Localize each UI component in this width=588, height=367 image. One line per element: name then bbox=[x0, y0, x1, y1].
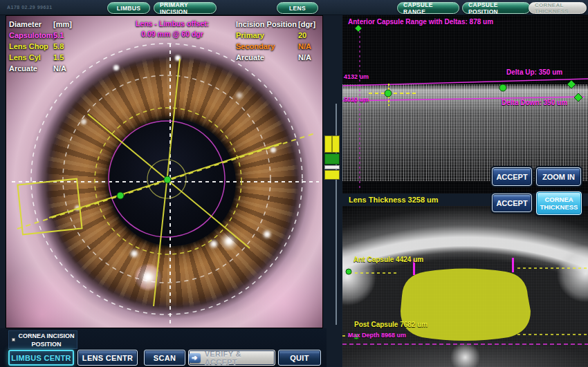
tab-capsule-position[interactable]: CAPSULE POSITION bbox=[462, 2, 531, 14]
lens-thickness-label: Lens Thickness 3258 um bbox=[349, 196, 439, 204]
lens-limbus-offset: Lens - Limbus offset: 0.09 mm @ 60 dgr bbox=[110, 19, 235, 39]
row-primary-label: Primary bbox=[236, 30, 295, 41]
zoom-in-button[interactable]: ZOOM IN bbox=[536, 167, 581, 186]
green-marker-dot[interactable] bbox=[346, 269, 351, 274]
delta-down-label: Delta Down: 350 um bbox=[502, 99, 567, 106]
lens-limbus-offset-title: Lens - Limbus offset: bbox=[110, 19, 235, 29]
green-marker-dot[interactable] bbox=[385, 90, 392, 97]
tab-limbus[interactable]: LIMBUS bbox=[107, 2, 150, 14]
axis-green-marker[interactable] bbox=[117, 192, 124, 199]
verify-accept-button[interactable]: ➔ VERIFY & ACCEPT bbox=[188, 350, 275, 366]
tab-capsule-range[interactable]: CAPSULE RANGE bbox=[397, 2, 459, 14]
max-depth-label: Max Depth 8968 um bbox=[348, 332, 406, 339]
row-lens-chop-value: 5.8 bbox=[50, 41, 64, 52]
accept-capsule-button[interactable]: ACCEPT bbox=[492, 167, 532, 186]
row-arcuate-label: Arcuate bbox=[9, 63, 50, 74]
incision-unit: [dgr] bbox=[295, 19, 315, 30]
depth-block-white bbox=[324, 165, 340, 169]
ant-capsule-label: Ant Capsule 4424 um bbox=[353, 256, 423, 263]
row-capsulotomy-value: 5.1 bbox=[50, 30, 64, 41]
post-capsule-label: Post Capsule 7682 um bbox=[354, 321, 428, 328]
diameter-table: Diameter [mm] Capsulotomy 5.1 Lens Chop … bbox=[9, 19, 72, 74]
cornea-thickness-button[interactable]: CORNEA THICKNESS bbox=[536, 191, 582, 215]
row-arcuate2-value: N/A bbox=[295, 52, 311, 63]
depth-block-yellow-lower bbox=[324, 170, 340, 180]
arrow-right-icon: ➔ bbox=[189, 353, 201, 363]
lower-depth-label: 5010 um bbox=[344, 96, 369, 103]
row-lens-cyl-label: Lens Cyl bbox=[9, 52, 50, 63]
tab-lens[interactable]: LENS bbox=[277, 2, 318, 14]
capsule-range-title: Anterior Capsule Range with Deltas: 878 … bbox=[348, 18, 493, 26]
depth-block-yellow-upper bbox=[324, 135, 340, 153]
diameter-title: Diameter bbox=[9, 19, 50, 30]
row-secondary-value: N/A bbox=[295, 41, 311, 52]
incision-title: Incision Position bbox=[236, 19, 295, 30]
row-arcuate2-label: Arcuate bbox=[236, 52, 295, 63]
cornea-incision-position-label: CORNEA INCISION POSITION bbox=[18, 332, 74, 348]
diameter-unit: [mm] bbox=[50, 19, 72, 30]
accept-lens-button[interactable]: ACCEPT bbox=[492, 194, 532, 212]
magenta-tick-right bbox=[512, 258, 514, 272]
row-lens-cyl-value: 1.5 bbox=[50, 52, 64, 63]
center-green-marker[interactable] bbox=[164, 176, 171, 183]
top-toolbar: A178 02.29 99631 LIMBUS PRIMARY INCISION… bbox=[0, 0, 588, 15]
depth-indicator-blocks bbox=[324, 135, 340, 180]
depth-block-green bbox=[324, 153, 340, 164]
scan-button[interactable]: SCAN bbox=[144, 350, 185, 366]
device-id: A178 02.29 99631 bbox=[7, 5, 53, 10]
green-marker-diamond[interactable] bbox=[355, 25, 362, 32]
limbus-centr-button[interactable]: LIMBUS CENTR bbox=[8, 350, 74, 366]
green-marker-dot[interactable] bbox=[499, 84, 506, 91]
quit-button[interactable]: QUIT bbox=[278, 350, 321, 366]
green-marker-diamond[interactable] bbox=[567, 80, 576, 88]
app-window: A178 02.29 99631 LIMBUS PRIMARY INCISION… bbox=[0, 0, 588, 367]
tab-primary-incision[interactable]: PRIMARY INCISION bbox=[154, 2, 217, 14]
eye-camera-view[interactable]: Diameter [mm] Capsulotomy 5.1 Lens Chop … bbox=[6, 15, 323, 328]
incision-position-table: Incision Position [dgr] Primary 20 Secon… bbox=[236, 19, 315, 63]
lens-treatment-zone[interactable] bbox=[401, 269, 531, 341]
verify-accept-label: VERIFY & ACCEPT bbox=[205, 350, 275, 366]
row-secondary-label: Secondary bbox=[236, 41, 295, 52]
row-lens-chop-label: Lens Chop bbox=[9, 41, 50, 52]
row-primary-value: 20 bbox=[295, 30, 306, 41]
upper-depth-label: 4132 um bbox=[344, 73, 369, 80]
row-capsulotomy-label: Capsulotomy bbox=[9, 30, 50, 41]
cornea-incision-position-toggle[interactable]: CORNEA INCISION POSITION bbox=[8, 330, 77, 349]
oct-bottom-overlay bbox=[342, 206, 588, 367]
checkbox-icon[interactable] bbox=[12, 338, 15, 341]
delta-up-line[interactable] bbox=[342, 79, 588, 86]
tab-corneal-thickness[interactable]: CORNEAL THICKNESS bbox=[529, 2, 587, 14]
lens-limbus-offset-value: 0.09 mm @ 60 dgr bbox=[110, 29, 235, 39]
delta-up-label: Delta Up: 350 um bbox=[506, 68, 562, 76]
row-arcuate-value: N/A bbox=[50, 63, 66, 74]
green-marker-diamond[interactable] bbox=[574, 93, 582, 102]
oct-scan-lens: Ant Capsule 4424 um Post Capsule 7682 um… bbox=[342, 206, 588, 367]
lens-centr-button[interactable]: LENS CENTR bbox=[77, 350, 138, 366]
